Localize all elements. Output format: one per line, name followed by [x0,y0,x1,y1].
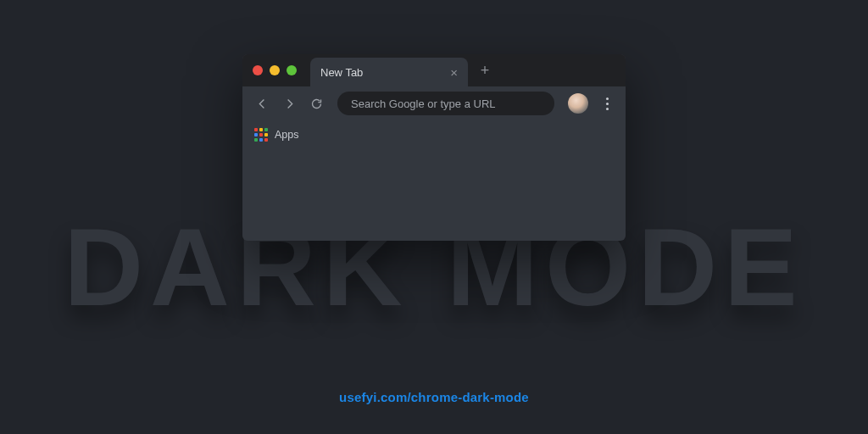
minimize-window-button[interactable] [270,65,280,75]
menu-button[interactable] [597,97,617,110]
forward-button[interactable] [278,92,300,114]
maximize-window-button[interactable] [287,65,297,75]
profile-avatar[interactable] [568,93,588,114]
tab-title: New Tab [320,66,363,79]
omnibox-placeholder: Search Google or type a URL [351,97,496,110]
window-controls [253,65,297,75]
footer-url: usefyi.com/chrome-dark-mode [0,390,868,404]
back-button[interactable] [251,92,273,114]
arrow-right-icon [283,97,296,110]
kebab-dot-icon [606,103,609,105]
arrow-left-icon [256,97,269,110]
bookmarks-bar: Apps [242,120,626,149]
tab-strip: New Tab × + [242,54,626,86]
toolbar: Search Google or type a URL [242,86,626,120]
close-tab-icon[interactable]: × [450,66,458,79]
omnibox[interactable]: Search Google or type a URL [337,92,554,115]
browser-window: New Tab × + Search Google or type a URL [242,54,626,241]
active-tab[interactable]: New Tab × [310,58,468,86]
new-tab-button[interactable]: + [473,58,497,82]
reload-button[interactable] [305,92,327,114]
close-window-button[interactable] [253,65,263,75]
apps-bookmark-label[interactable]: Apps [275,129,299,141]
apps-grid-icon[interactable] [254,128,268,142]
kebab-dot-icon [606,108,609,110]
reload-icon [310,97,323,110]
kebab-dot-icon [606,97,609,100]
